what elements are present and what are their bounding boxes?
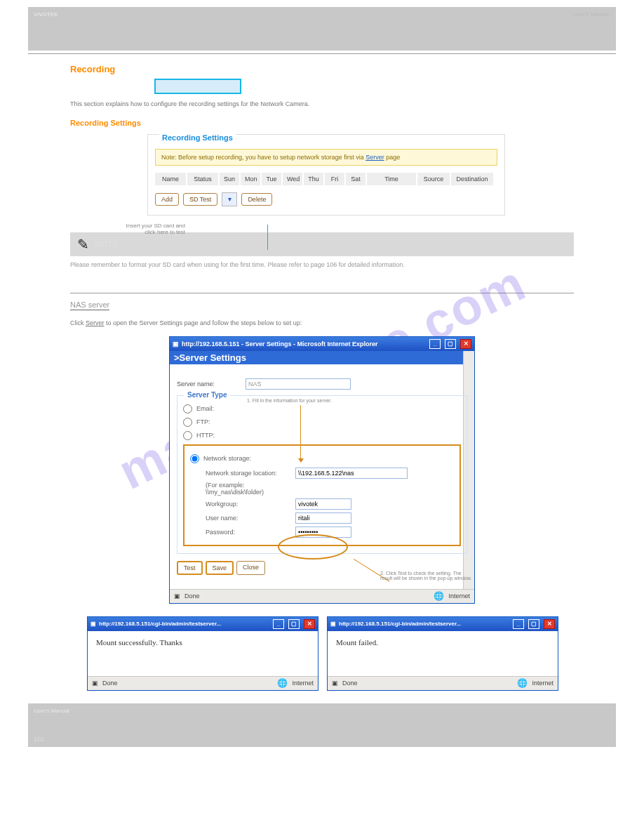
maximize-button[interactable]: ▢ bbox=[445, 339, 456, 349]
maximize-button[interactable]: ▢ bbox=[528, 619, 539, 629]
status-done: Done bbox=[185, 593, 200, 600]
callout-line bbox=[267, 225, 268, 250]
chevron-down-icon: ▾ bbox=[228, 195, 232, 203]
radio-ns-input[interactable] bbox=[190, 454, 199, 463]
server-link[interactable]: Server bbox=[365, 154, 384, 161]
example1: (For example: bbox=[206, 482, 454, 489]
close-server-button[interactable]: Close bbox=[236, 561, 265, 575]
radio-network-storage[interactable]: Network storage: bbox=[190, 454, 454, 463]
un-label: User name: bbox=[206, 515, 290, 522]
footer-center: User's Manual bbox=[34, 708, 69, 714]
status-internet: Internet bbox=[448, 593, 470, 600]
globe-icon: 🌐 bbox=[277, 678, 288, 688]
minimize-button[interactable]: _ bbox=[429, 339, 441, 349]
minimize-button[interactable]: _ bbox=[273, 619, 284, 629]
col-wed: Wed bbox=[283, 173, 302, 185]
save-button[interactable]: Save bbox=[206, 561, 234, 575]
server-name-row: Server name: bbox=[177, 378, 467, 390]
popup-row: ▣ http://192.168.5.151/cgi-bin/admin/tes… bbox=[87, 616, 574, 691]
col-source: Source bbox=[417, 173, 450, 185]
annotation-ellipse bbox=[278, 534, 348, 560]
col-fri: Fri bbox=[325, 173, 344, 185]
recording-note-tail: page bbox=[386, 154, 400, 161]
radio-http[interactable]: HTTP: bbox=[183, 431, 461, 440]
ie-statusbar: ▣ Done 🌐 Internet bbox=[170, 589, 474, 603]
wg-row: Workgroup: bbox=[206, 498, 454, 510]
col-status: Status bbox=[187, 173, 218, 185]
maximize-button[interactable]: ▢ bbox=[288, 619, 300, 629]
popup-fail-title-text: http://192.168.5.151/cgi-bin/admin/tests… bbox=[339, 621, 461, 627]
popup-success: ▣ http://192.168.5.151/cgi-bin/admin/tes… bbox=[87, 616, 318, 691]
ie-window: ▣ http://192.168.5.151 - Server Settings… bbox=[169, 336, 475, 604]
pw-label: Password: bbox=[206, 529, 290, 536]
radio-email[interactable]: Email: bbox=[183, 404, 461, 413]
close-button[interactable]: ✕ bbox=[544, 619, 555, 629]
radio-email-input[interactable] bbox=[183, 404, 192, 413]
test-button[interactable]: Test bbox=[177, 561, 203, 575]
header-right: User's Manual bbox=[573, 11, 609, 18]
advanced-mode-badge bbox=[154, 79, 241, 94]
minimize-button[interactable]: _ bbox=[513, 619, 524, 629]
radio-email-label: Email: bbox=[196, 405, 214, 412]
content-area: Recording This section explains how to c… bbox=[70, 64, 574, 691]
status-done: Done bbox=[102, 680, 118, 687]
loc-row: Network storage location: bbox=[206, 468, 454, 479]
col-thu: Thu bbox=[304, 173, 323, 185]
loc-label: Network storage location: bbox=[206, 470, 290, 477]
ie-title-text: http://192.168.5.151 - Server Settings -… bbox=[182, 340, 378, 348]
server-name-input[interactable] bbox=[246, 378, 351, 390]
nas-instruction: Click Server to open the Server Settings… bbox=[70, 319, 574, 328]
page-header: VIVOTEK User's Manual bbox=[28, 7, 616, 51]
recording-panel-wrap: Insert your SD card and click here to te… bbox=[70, 134, 574, 216]
page-number: 101 bbox=[34, 736, 44, 743]
radio-http-input[interactable] bbox=[183, 431, 192, 440]
col-sat: Sat bbox=[346, 173, 365, 185]
sd-test-button[interactable]: SD Test bbox=[183, 193, 217, 206]
section-recording-title: Recording bbox=[70, 64, 574, 74]
close-button[interactable]: ✕ bbox=[304, 619, 315, 629]
recording-panel-legend: Recording Settings bbox=[159, 133, 236, 142]
done-icon: ▣ bbox=[92, 680, 98, 687]
recording-btnrow: Add SD Test ▾ Delete bbox=[155, 192, 497, 206]
un-input[interactable] bbox=[295, 512, 351, 524]
ie-body: 1. Fill in the information for your serv… bbox=[170, 364, 474, 589]
note-box: ✎ NOTE bbox=[70, 232, 574, 256]
status-internet: Internet bbox=[532, 680, 554, 687]
example2: \\my_nas\disk\folder) bbox=[206, 489, 454, 496]
col-sun: Sun bbox=[220, 173, 239, 185]
popup-fail: ▣ http://192.168.5.151/cgi-bin/admin/tes… bbox=[327, 616, 558, 691]
server-link-inline[interactable]: Server bbox=[86, 319, 105, 326]
recording-settings-heading: Recording Settings bbox=[70, 119, 574, 127]
recording-settings-panel: Recording Settings Note: Before setup re… bbox=[147, 134, 505, 216]
radio-ftp-label: FTP: bbox=[196, 418, 210, 425]
note-title: NOTE bbox=[95, 239, 118, 249]
sd-test-callout: Insert your SD card and click here to te… bbox=[118, 223, 185, 235]
loc-input[interactable] bbox=[295, 468, 408, 479]
section-divider bbox=[70, 293, 574, 293]
close-button[interactable]: ✕ bbox=[460, 339, 471, 349]
recording-intro: This section explains how to configure t… bbox=[70, 100, 574, 109]
header-left: VIVOTEK bbox=[34, 11, 58, 18]
radio-ftp-input[interactable] bbox=[183, 418, 192, 427]
status-done: Done bbox=[342, 680, 358, 687]
col-destination: Destination bbox=[451, 173, 493, 185]
popup-success-status: ▣ Done 🌐 Internet bbox=[88, 676, 318, 690]
recording-note: Note: Before setup recording, you have t… bbox=[155, 149, 497, 166]
popup-fail-status: ▣ Done 🌐 Internet bbox=[328, 676, 558, 690]
col-time: Time bbox=[367, 173, 416, 185]
nas-server-heading: NAS server bbox=[70, 300, 109, 310]
globe-icon: 🌐 bbox=[434, 591, 444, 601]
sd-test-dropdown[interactable]: ▾ bbox=[222, 192, 237, 206]
un-row: User name: bbox=[206, 512, 454, 524]
radio-ftp[interactable]: FTP: bbox=[183, 418, 461, 427]
annotation-step2: 2. Click Test to check the setting. The … bbox=[380, 571, 474, 581]
col-name: Name bbox=[155, 173, 186, 185]
server-settings-title: Server Settings bbox=[180, 352, 246, 363]
wg-input[interactable] bbox=[295, 498, 351, 510]
col-tue: Tue bbox=[262, 173, 281, 185]
add-button[interactable]: Add bbox=[155, 193, 179, 206]
page-footer: User's Manual 101 bbox=[28, 703, 616, 747]
popup-fail-body: Mount failed. bbox=[328, 631, 558, 676]
delete-button[interactable]: Delete bbox=[241, 193, 272, 206]
radio-http-label: HTTP: bbox=[196, 432, 215, 439]
